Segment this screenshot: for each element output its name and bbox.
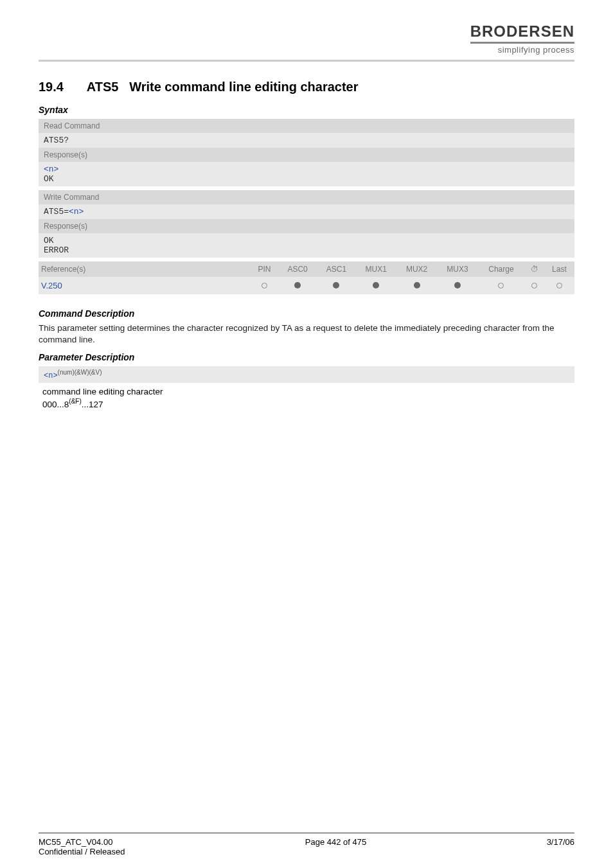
dot-filled-icon — [373, 282, 379, 288]
ref-entry: V.250 — [39, 277, 251, 294]
dot-filled-icon — [414, 282, 420, 288]
write-resp-ok: OK — [44, 236, 54, 245]
ref-col-mux2: MUX2 — [396, 261, 437, 277]
command-description-text: This parameter setting determines the ch… — [39, 323, 574, 346]
ref-col-asc1: ASC1 — [317, 261, 355, 277]
dot-filled-icon — [333, 282, 339, 288]
param-range-sup: (&F) — [69, 398, 81, 405]
footer: MC55_ATC_V04.00 Confidential / Released … — [39, 833, 574, 868]
footer-center: Page 442 of 475 — [305, 837, 366, 856]
section-title: 19.4 ATS5 Write command line editing cha… — [39, 80, 574, 94]
section-number: 19.4 — [39, 80, 84, 94]
param-name: <n> — [44, 371, 58, 380]
syntax-heading: Syntax — [39, 105, 574, 115]
ref-label: Reference(s) — [39, 261, 251, 277]
ref-col-alarm-icon: ⏱ — [524, 261, 544, 277]
dot-filled-icon — [294, 282, 301, 288]
ref-dot-1 — [278, 277, 317, 294]
footer-docid: MC55_ATC_V04.00 — [39, 837, 125, 847]
param-range-a: 000...8 — [42, 400, 69, 409]
command-description-heading: Command Description — [39, 308, 574, 319]
ref-dot-3 — [356, 277, 396, 294]
write-resp-error: ERROR — [44, 245, 69, 255]
parameter-name-box: <n>(num)(&W)(&V) — [39, 366, 574, 383]
ref-dot-7 — [524, 277, 544, 294]
alarm-clock-icon: ⏱ — [531, 265, 538, 274]
write-response-lines: OK ERROR — [39, 233, 574, 258]
footer-right: 3/17/06 — [547, 837, 574, 856]
write-cmd-prefix: ATS5= — [44, 207, 69, 217]
syntax-table: Read Command ATS5? Response(s) <n> OK Wr… — [39, 119, 574, 261]
read-resp-ok: OK — [44, 174, 54, 184]
dot-open-icon — [556, 283, 562, 288]
read-response-lines: <n> OK — [39, 162, 574, 186]
param-range: 000...8(&F)...127 — [42, 398, 574, 409]
section-cmd: ATS5 — [87, 80, 119, 94]
dot-open-icon — [531, 283, 537, 288]
write-cmd-param: <n> — [69, 207, 84, 217]
footer-left: MC55_ATC_V04.00 Confidential / Released — [39, 837, 125, 856]
write-command-text: ATS5=<n> — [39, 204, 574, 219]
logo-tagline: simplifying process — [470, 45, 574, 55]
ref-dot-8 — [544, 277, 574, 294]
dot-filled-icon — [454, 282, 461, 288]
parameter-description-heading: Parameter Description — [39, 352, 574, 362]
ref-dot-2 — [317, 277, 355, 294]
logo-block: BRODERSEN simplifying process — [470, 22, 574, 55]
read-command-text: ATS5? — [39, 133, 574, 148]
reference-table: Reference(s) PIN ASC0 ASC1 MUX1 MUX2 MUX… — [39, 261, 574, 294]
param-desc: command line editing character — [42, 387, 574, 396]
ref-dot-6 — [478, 277, 525, 294]
param-range-b: ...127 — [82, 400, 103, 409]
ref-col-last: Last — [544, 261, 574, 277]
logo-bar — [470, 42, 574, 44]
dot-open-icon — [498, 283, 504, 288]
ref-dot-5 — [437, 277, 477, 294]
ref-col-pin: PIN — [251, 261, 278, 277]
read-resp-n: <n> — [44, 164, 58, 174]
read-response-label: Response(s) — [39, 148, 574, 162]
section-title-text: Write command line editing character — [129, 80, 358, 94]
header-area: BRODERSEN simplifying process — [39, 22, 574, 55]
ref-col-mux3: MUX3 — [437, 261, 477, 277]
param-attrs: (num)(&W)(&V) — [58, 369, 102, 376]
ref-dot-4 — [396, 277, 437, 294]
write-response-label: Response(s) — [39, 219, 574, 233]
write-command-label: Write Command — [39, 190, 574, 204]
read-command-label: Read Command — [39, 119, 574, 133]
footer-status: Confidential / Released — [39, 847, 125, 856]
dot-open-icon — [262, 283, 267, 288]
logo-text: BRODERSEN — [470, 22, 574, 40]
ref-col-asc0: ASC0 — [278, 261, 317, 277]
header-rule — [39, 60, 574, 62]
ref-dot-0 — [251, 277, 278, 294]
ref-col-mux1: MUX1 — [356, 261, 396, 277]
ref-col-charge: Charge — [478, 261, 525, 277]
